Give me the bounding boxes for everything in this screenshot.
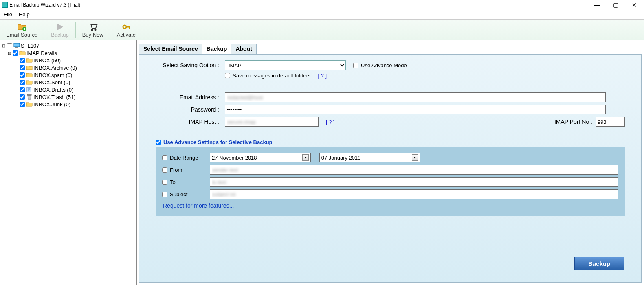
from-input[interactable] (210, 165, 618, 175)
menu-file[interactable]: File (4, 11, 12, 18)
menu-help[interactable]: Help (19, 11, 30, 18)
tree-imap-details[interactable]: ⊟ IMAP Details (0, 49, 136, 57)
backup-toolbar-button[interactable]: Backup (48, 20, 72, 39)
tab-select-email-source[interactable]: Select Email Source (139, 44, 202, 54)
date-to-input[interactable]: 07 January 2019 ▾ (319, 153, 420, 162)
date-range-checkbox[interactable] (162, 155, 167, 160)
date-range-option[interactable]: Date Range (162, 155, 210, 161)
request-more-features-link[interactable]: Request for more features... (163, 202, 618, 209)
folder-icon (26, 72, 33, 78)
advance-settings-toggle[interactable]: Use Advance Settings for Selective Backu… (156, 139, 625, 145)
subject-label: Subject (170, 191, 187, 197)
use-advance-mode[interactable]: Use Advance Mode (353, 62, 407, 68)
tree-checkbox[interactable] (20, 80, 25, 85)
from-label: From (170, 167, 182, 173)
collapse-icon[interactable]: ⊟ (7, 51, 12, 55)
close-button[interactable]: ✕ (625, 0, 644, 9)
date-from-value: 27 November 2018 (212, 155, 257, 161)
toolbar-separator (110, 22, 110, 38)
imap-host-label: IMAP Host : (156, 118, 225, 125)
tab-about[interactable]: About (231, 44, 256, 54)
tree-label: INBOX.Archive (0) (33, 65, 77, 71)
saving-option-label: Select Saving Option : (156, 62, 225, 68)
tree-drafts[interactable]: INBOX.Drafts (0) (0, 86, 136, 93)
to-input[interactable] (210, 177, 618, 187)
tree-label: IMAP Details (26, 50, 57, 56)
from-checkbox[interactable] (162, 167, 167, 173)
tree-archive[interactable]: INBOX.Archive (0) (0, 64, 136, 71)
folder-open-icon (19, 50, 26, 56)
tab-backup[interactable]: Backup (202, 44, 232, 54)
tree-spam[interactable]: INBOX.spam (0) (0, 71, 136, 79)
save-default-label: Save messages in default folders (233, 72, 311, 79)
content-area: Select Email Source Backup About Select … (137, 40, 644, 285)
toolbar-label: Activate (117, 32, 136, 38)
tree-checkbox[interactable] (20, 58, 25, 63)
tree-checkbox[interactable] (20, 65, 25, 70)
imap-host-help[interactable]: [ ? ] (326, 119, 335, 125)
date-to-value: 07 January 2019 (321, 155, 361, 161)
email-source-button[interactable]: Email Source (3, 20, 41, 39)
collapse-icon[interactable]: ⊟ (1, 44, 6, 48)
saving-option-select[interactable]: IMAP (225, 60, 346, 70)
cart-icon (88, 22, 98, 32)
subject-input[interactable] (210, 189, 618, 199)
folder-icon (26, 65, 33, 70)
imap-port-label: IMAP Port No : (554, 118, 592, 125)
folder-icon (26, 57, 33, 63)
date-range-label: Date Range (170, 155, 198, 161)
save-default-checkbox[interactable] (225, 73, 230, 78)
tree-label: INBOX.Junk (0) (33, 101, 70, 107)
maximize-button[interactable]: ▢ (606, 0, 625, 9)
buy-now-button[interactable]: Buy Now (79, 20, 107, 39)
trash-icon (26, 94, 33, 100)
subject-checkbox[interactable] (162, 192, 167, 197)
tree-checkbox[interactable] (20, 94, 25, 100)
tree-junk[interactable]: INBOX.Junk (0) (0, 101, 136, 108)
email-address-input[interactable] (225, 92, 606, 102)
tree-checkbox[interactable] (20, 87, 25, 92)
minimize-button[interactable]: — (587, 0, 606, 9)
save-default-folders[interactable]: Save messages in default folders (225, 72, 311, 79)
password-input[interactable] (225, 105, 606, 114)
subject-filter-option[interactable]: Subject (162, 191, 210, 197)
to-label: To (170, 179, 176, 185)
svg-rect-5 (15, 47, 18, 48)
tree-sent[interactable]: INBOX.Sent (0) (0, 79, 136, 86)
title-bar: Email Backup Wizard v7.3 (Trial) (0, 0, 644, 9)
tree-trash[interactable]: INBOX.Trash (51) (0, 93, 136, 101)
tree-root[interactable]: ⊟ STL107 (0, 42, 136, 49)
backup-button[interactable]: Backup (574, 257, 624, 270)
svg-rect-4 (14, 43, 20, 47)
to-filter-option[interactable]: To (162, 179, 210, 185)
activate-button[interactable]: Activate (114, 20, 139, 39)
help-link[interactable]: [ ? ] (318, 72, 327, 79)
calendar-dropdown-icon[interactable]: ▾ (412, 154, 418, 161)
imap-port-input[interactable] (596, 117, 625, 127)
tree-checkbox[interactable] (20, 102, 25, 107)
tree-inbox[interactable]: INBOX (50) (0, 57, 136, 64)
advance-mode-checkbox[interactable] (353, 63, 358, 68)
tree-imap-checkbox[interactable] (13, 50, 18, 56)
drafts-icon (26, 87, 33, 92)
folder-tree: ⊟ STL107 ⊟ IMAP Details INBOX (50) INBOX… (0, 40, 137, 285)
calendar-dropdown-icon[interactable]: ▾ (302, 154, 309, 161)
tree-root-checkbox[interactable] (7, 43, 12, 48)
imap-host-input[interactable] (225, 117, 319, 127)
window-title: Email Backup Wizard v7.3 (Trial) (9, 2, 642, 8)
advance-settings-checkbox[interactable] (156, 140, 161, 145)
date-separator: - (314, 154, 316, 161)
toolbar-label: Buy Now (82, 32, 103, 38)
from-filter-option[interactable]: From (162, 167, 210, 173)
to-checkbox[interactable] (162, 180, 167, 185)
svg-point-3 (123, 25, 126, 28)
advance-settings-panel: Date Range 27 November 2018 ▾ - 07 Janua… (156, 147, 625, 216)
date-from-input[interactable]: 27 November 2018 ▾ (210, 153, 311, 162)
tree-checkbox[interactable] (20, 72, 25, 78)
tree-label: INBOX.spam (0) (33, 72, 72, 78)
tree-label: INBOX.Drafts (0) (33, 87, 73, 93)
toolbar: Email Source Backup Buy Now Activate (0, 19, 644, 40)
advance-settings-label: Use Advance Settings for Selective Backu… (163, 139, 273, 145)
tree-label: STL107 (21, 43, 40, 49)
svg-rect-7 (27, 94, 31, 95)
